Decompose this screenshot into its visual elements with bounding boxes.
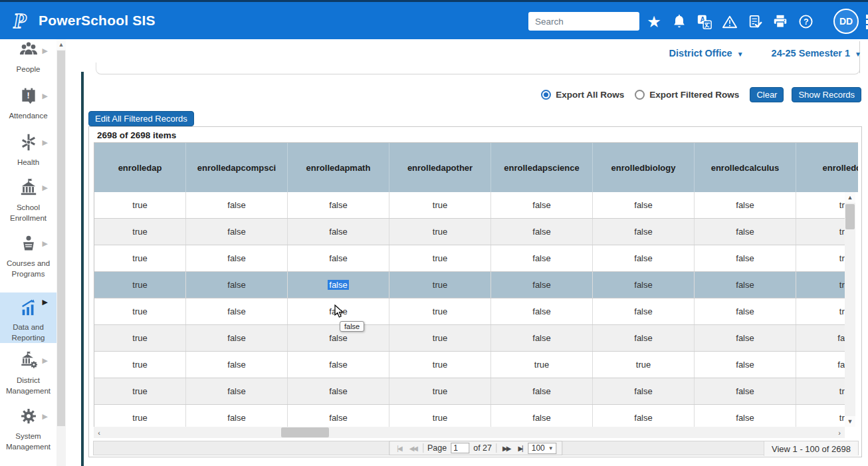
alerts-warning-icon[interactable]: [722, 13, 738, 31]
export-filtered-rows-radio[interactable]: Export Filtered Rows: [635, 90, 739, 100]
table-cell[interactable]: true: [796, 245, 845, 271]
table-cell[interactable]: true: [491, 352, 593, 378]
table-cell[interactable]: false: [186, 378, 288, 404]
table-cell[interactable]: true: [796, 192, 845, 218]
term-selector[interactable]: 24-25 Semester 1▼: [772, 48, 861, 58]
table-cell[interactable]: false: [593, 378, 695, 404]
table-cell[interactable]: false: [288, 325, 389, 351]
table-row[interactable]: truefalsefalsetruefalsefalsefalsetrue: [94, 192, 845, 219]
table-cell[interactable]: false: [593, 245, 695, 271]
search-input[interactable]: [528, 17, 657, 27]
table-cell[interactable]: false: [695, 219, 796, 245]
column-header-enrolledapmath[interactable]: enrolledapmath: [288, 143, 389, 192]
table-cell[interactable]: true: [593, 352, 695, 378]
table-cell[interactable]: false: [796, 352, 845, 378]
sidebar-item-people[interactable]: ▶ People: [0, 41, 56, 80]
table-cell[interactable]: false: [186, 298, 288, 324]
school-selector[interactable]: District Office▼: [669, 48, 744, 58]
table-cell[interactable]: true: [94, 352, 186, 378]
table-cell[interactable]: true: [389, 298, 491, 324]
table-cell[interactable]: true: [94, 378, 186, 404]
vertical-scrollbar-thumb[interactable]: [845, 204, 855, 229]
sidebar-scrollbar[interactable]: ▲: [56, 39, 66, 466]
first-page-icon[interactable]: |◀: [395, 445, 403, 452]
table-cell[interactable]: true: [94, 272, 186, 298]
table-cell[interactable]: false: [491, 405, 593, 427]
table-row[interactable]: truefalsefalsetruefalsefalsefalsetrue: [94, 405, 845, 427]
table-cell[interactable]: true: [389, 352, 491, 378]
column-header-enrolledapcompsci[interactable]: enrolledapcompsci: [186, 143, 288, 192]
sidebar-item-data-reporting[interactable]: ▶ Data and Reporting: [0, 292, 56, 343]
table-cell[interactable]: false: [695, 298, 796, 324]
table-cell[interactable]: false: [186, 405, 288, 427]
sidebar-item-courses-programs[interactable]: ▶ Courses and Programs: [0, 234, 56, 282]
export-all-rows-radio[interactable]: Export All Rows: [541, 90, 624, 100]
table-cell[interactable]: false: [491, 378, 593, 404]
sidebar-item-system-management[interactable]: ▶ System Management: [0, 407, 56, 453]
table-cell[interactable]: false: [288, 245, 389, 271]
table-cell[interactable]: true: [389, 219, 491, 245]
table-cell[interactable]: true: [796, 219, 845, 245]
table-row[interactable]: truefalsefalsetruefalsefalsefalsefalse: [94, 325, 845, 352]
column-header-enrolledapother[interactable]: enrolledapother: [389, 143, 491, 192]
help-icon[interactable]: ?: [798, 13, 814, 31]
sidebar-item-health[interactable]: ▶ Health: [0, 133, 56, 170]
sidebar-item-school-enrollment[interactable]: ▶ School Enrollment: [0, 178, 56, 226]
table-row[interactable]: truefalsefalsetruefalsefalsefalsetrue: [94, 298, 845, 325]
table-cell[interactable]: false: [186, 272, 288, 298]
table-cell[interactable]: false: [695, 272, 796, 298]
table-cell[interactable]: true: [94, 219, 186, 245]
table-cell[interactable]: true: [389, 272, 491, 298]
column-header-enrolledap[interactable]: enrolledap: [94, 143, 186, 192]
notifications-bell-icon[interactable]: [671, 13, 687, 31]
table-cell[interactable]: true: [796, 298, 845, 324]
table-row[interactable]: truefalsefalsetruefalsefalsefalsetrue: [94, 245, 845, 272]
table-cell[interactable]: true: [389, 378, 491, 404]
reports-clipboard-icon[interactable]: [747, 13, 763, 31]
next-page-icon[interactable]: ▶▶: [500, 445, 512, 452]
clear-button[interactable]: Clear: [750, 87, 784, 102]
favorites-star-icon[interactable]: ★: [646, 13, 662, 31]
table-cell[interactable]: false: [186, 245, 288, 271]
table-cell[interactable]: true: [94, 245, 186, 271]
table-cell[interactable]: false: [491, 192, 593, 218]
table-cell[interactable]: false: [491, 245, 593, 271]
table-cell[interactable]: false: [695, 325, 796, 351]
table-row[interactable]: truefalsefalsetruefalsefalsefalsetrue: [94, 272, 845, 298]
global-search[interactable]: [528, 12, 639, 31]
table-row[interactable]: truefalsefalsetruefalsefalsefalsetrue: [94, 378, 845, 405]
scroll-right-icon[interactable]: ›: [834, 427, 845, 438]
table-cell[interactable]: true: [389, 405, 491, 427]
sidebar-scrollbar-thumb[interactable]: [57, 51, 65, 426]
table-cell[interactable]: false: [695, 405, 796, 427]
user-avatar[interactable]: DD: [833, 9, 859, 34]
table-cell[interactable]: true: [94, 298, 186, 324]
table-cell[interactable]: false: [695, 352, 796, 378]
sidebar-item-district-management[interactable]: ▶ District Management: [0, 351, 56, 398]
horizontal-scrollbar-thumb[interactable]: [281, 427, 329, 437]
table-row[interactable]: truefalsefalsetruetruetruefalsefalse: [94, 352, 845, 378]
table-cell[interactable]: false: [593, 272, 695, 298]
table-cell[interactable]: false: [288, 405, 389, 427]
column-header-enrolledcalculus[interactable]: enrolledcalculus: [695, 143, 796, 192]
table-vertical-scrollbar[interactable]: ▲ ▼: [845, 192, 855, 427]
translate-icon[interactable]: A: [697, 13, 712, 31]
table-horizontal-scrollbar[interactable]: ‹ ›: [94, 427, 845, 438]
table-cell[interactable]: false: [186, 325, 288, 351]
table-cell[interactable]: false: [288, 298, 389, 324]
scroll-down-icon[interactable]: ▼: [845, 416, 855, 427]
table-cell[interactable]: false: [288, 219, 389, 245]
table-cell[interactable]: false: [695, 245, 796, 271]
edit-all-filtered-records-button[interactable]: Edit All Filtered Records: [88, 111, 194, 126]
table-cell[interactable]: true: [389, 325, 491, 351]
table-cell[interactable]: false: [796, 325, 845, 351]
column-header-enrolledapscience[interactable]: enrolledapscience: [491, 143, 593, 192]
previous-page-icon[interactable]: ◀◀: [407, 445, 419, 452]
table-cell[interactable]: false: [593, 298, 695, 324]
scroll-up-icon[interactable]: ▲: [56, 39, 66, 50]
table-cell[interactable]: false: [288, 352, 389, 378]
table-cell[interactable]: true: [94, 405, 186, 427]
table-cell[interactable]: false: [288, 272, 389, 298]
last-page-icon[interactable]: ▶|: [516, 445, 524, 452]
column-header-enrolledbiology[interactable]: enrolledbiology: [593, 143, 695, 192]
